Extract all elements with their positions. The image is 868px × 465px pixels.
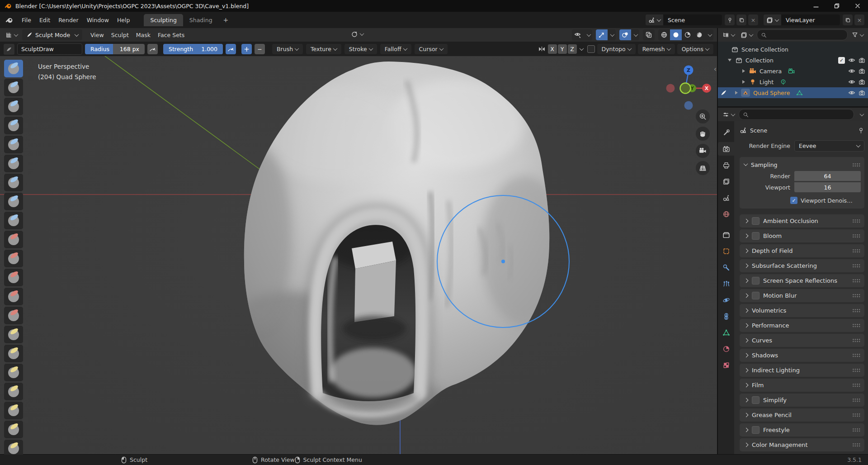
close-button[interactable] bbox=[847, 0, 868, 12]
scene-name-field[interactable]: Scene bbox=[663, 14, 722, 25]
properties-panel-row[interactable]: Curves bbox=[740, 334, 864, 347]
brush-tool-button[interactable] bbox=[4, 60, 23, 77]
properties-panel-row[interactable]: Freestyle bbox=[740, 423, 864, 437]
brush-tool-button[interactable] bbox=[4, 307, 23, 324]
brush-tool-button[interactable] bbox=[4, 402, 23, 419]
drag-grip-icon[interactable] bbox=[852, 323, 861, 327]
properties-panel-row[interactable]: Volumetrics bbox=[740, 304, 864, 317]
popover-button[interactable]: Texture bbox=[306, 44, 341, 54]
properties-tab[interactable] bbox=[718, 261, 734, 274]
scene-pin-button[interactable] bbox=[725, 14, 735, 25]
properties-tab[interactable] bbox=[718, 158, 734, 172]
drag-grip-icon[interactable] bbox=[852, 368, 861, 372]
panel-checkbox[interactable] bbox=[752, 217, 760, 225]
overlays-dropdown[interactable] bbox=[631, 29, 639, 40]
maximize-button[interactable] bbox=[826, 0, 847, 12]
menu-item[interactable]: Help bbox=[113, 14, 134, 26]
shading-material-button[interactable] bbox=[682, 29, 693, 40]
drag-grip-icon[interactable] bbox=[852, 383, 861, 387]
brush-tool-button[interactable] bbox=[4, 250, 23, 267]
properties-editor-type-button[interactable] bbox=[721, 110, 736, 119]
drag-grip-icon[interactable] bbox=[852, 308, 861, 313]
shading-dropdown[interactable] bbox=[705, 29, 713, 40]
direction-subtract-button[interactable]: − bbox=[255, 44, 265, 54]
falloff-sphere-dropdown[interactable] bbox=[349, 29, 365, 38]
properties-panel-row[interactable]: Simplify bbox=[740, 394, 864, 407]
brush-tool-button[interactable] bbox=[4, 326, 23, 343]
outliner-filter-button[interactable] bbox=[850, 31, 865, 39]
properties-tab[interactable] bbox=[718, 207, 734, 221]
properties-panel-row[interactable]: Subsurface Scattering bbox=[740, 259, 864, 272]
render-camera-icon[interactable] bbox=[859, 79, 865, 85]
eye-icon[interactable] bbox=[848, 57, 855, 64]
drag-grip-icon[interactable] bbox=[852, 249, 861, 253]
quad-sphere-object-row[interactable]: Quad Sphere bbox=[718, 87, 868, 98]
viewport-canvas[interactable]: User Perspective (204) Quad Sphere Z Y X bbox=[0, 56, 717, 455]
drag-grip-icon[interactable] bbox=[852, 413, 861, 417]
panel-checkbox[interactable] bbox=[752, 426, 760, 434]
collapse-triangle-icon[interactable] bbox=[728, 59, 731, 62]
viewport-menu-item[interactable]: View bbox=[87, 30, 108, 40]
menu-item[interactable]: Window bbox=[83, 14, 113, 26]
brush-tool-button[interactable] bbox=[4, 212, 23, 229]
minimize-button[interactable] bbox=[806, 0, 826, 12]
options-popover[interactable]: Options bbox=[677, 44, 713, 54]
properties-tab[interactable] bbox=[718, 228, 734, 242]
properties-panel-row[interactable]: Bloom bbox=[740, 229, 864, 242]
outliner-editor-type-button[interactable] bbox=[721, 31, 736, 39]
scene-unlink-button[interactable]: × bbox=[748, 14, 758, 25]
sampling-panel-header[interactable]: Sampling bbox=[743, 160, 861, 170]
drag-grip-icon[interactable] bbox=[852, 353, 861, 357]
expand-triangle-icon[interactable] bbox=[742, 80, 745, 84]
brush-tool-button[interactable] bbox=[4, 440, 23, 455]
brush-tool-button[interactable] bbox=[4, 117, 23, 134]
properties-panel-row[interactable]: Performance bbox=[740, 319, 864, 332]
properties-tab[interactable] bbox=[718, 191, 734, 204]
shading-wireframe-button[interactable] bbox=[658, 29, 670, 40]
brush-tool-button[interactable] bbox=[4, 155, 23, 172]
viewlayer-new-button[interactable] bbox=[843, 14, 853, 25]
drag-grip-icon[interactable] bbox=[852, 234, 861, 238]
expand-triangle-icon[interactable] bbox=[735, 91, 738, 95]
brush-tool-button[interactable] bbox=[4, 364, 23, 381]
scene-collection-row[interactable]: Scene Collection bbox=[718, 44, 868, 55]
drag-grip-icon[interactable] bbox=[852, 443, 861, 447]
properties-panel-row[interactable]: Motion Blur bbox=[740, 289, 864, 302]
brush-tool-button[interactable] bbox=[4, 288, 23, 305]
outliner-display-mode-button[interactable] bbox=[739, 31, 755, 39]
show-gizmo-toggle[interactable] bbox=[596, 29, 608, 40]
brush-tool-button[interactable] bbox=[4, 383, 23, 400]
properties-tab[interactable] bbox=[718, 326, 734, 339]
denoise-checkbox[interactable]: ✓ bbox=[790, 197, 797, 204]
drag-grip-icon[interactable] bbox=[852, 279, 861, 283]
symmetry-axis-toggle[interactable]: X bbox=[548, 44, 557, 54]
menu-item[interactable]: Edit bbox=[35, 14, 54, 26]
sampling-render-value[interactable]: 64 bbox=[794, 171, 861, 181]
shading-rendered-button[interactable] bbox=[693, 29, 705, 40]
workspace-tab[interactable]: Shading bbox=[183, 14, 219, 26]
gizmo-neg-z-ball[interactable] bbox=[684, 101, 693, 110]
perspective-toggle-button[interactable] bbox=[696, 161, 710, 175]
viewport-menu-item[interactable]: Face Sets bbox=[154, 30, 188, 40]
popover-button[interactable]: Falloff bbox=[380, 44, 411, 54]
collection-checkbox[interactable]: ✓ bbox=[838, 57, 845, 64]
gizmo-center-ball[interactable] bbox=[680, 83, 691, 94]
navigation-gizmo[interactable]: Z Y X bbox=[654, 59, 717, 115]
panel-checkbox[interactable] bbox=[752, 232, 760, 240]
menu-item[interactable]: Render bbox=[54, 14, 83, 26]
viewlayer-browse-button[interactable] bbox=[764, 14, 781, 25]
drag-grip-icon[interactable] bbox=[852, 294, 861, 298]
properties-panel-row[interactable]: Depth of Field bbox=[740, 244, 864, 257]
pan-button[interactable] bbox=[696, 127, 710, 141]
eye-icon[interactable] bbox=[848, 78, 855, 85]
symmetry-axis-toggle[interactable]: Y bbox=[558, 44, 567, 54]
eye-icon[interactable] bbox=[848, 67, 855, 75]
panel-checkbox[interactable] bbox=[752, 396, 760, 404]
drag-grip-icon[interactable] bbox=[852, 219, 861, 223]
properties-panel-row[interactable]: Grease Pencil bbox=[740, 408, 864, 422]
properties-panel-row[interactable]: Film bbox=[740, 379, 864, 392]
properties-options-dropdown[interactable] bbox=[856, 112, 865, 117]
object-visibility-button[interactable] bbox=[572, 29, 584, 40]
popover-button[interactable]: Brush bbox=[272, 44, 303, 54]
properties-tab[interactable] bbox=[718, 277, 734, 290]
